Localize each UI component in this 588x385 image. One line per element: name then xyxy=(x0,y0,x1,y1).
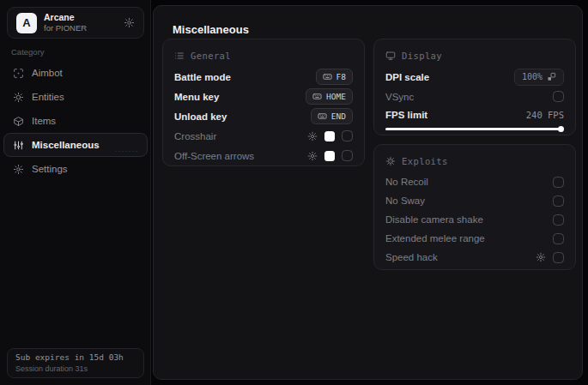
sidebar-item-items[interactable]: Items xyxy=(3,109,148,133)
sidebar-item-label: Items xyxy=(32,116,56,126)
extended-melee-range-checkbox[interactable] xyxy=(553,233,564,244)
slider-knob[interactable] xyxy=(558,126,564,132)
setting-row-speed-hack: Speed hack xyxy=(385,248,564,267)
card-title: General xyxy=(191,51,231,61)
sidebar-item-label: Settings xyxy=(32,164,68,174)
keyboard-icon xyxy=(312,92,322,101)
sidebar-item-miscellaneous[interactable]: Miscellaneous ······· xyxy=(3,133,148,157)
setting-row-no-sway: No Sway xyxy=(385,191,564,210)
keybind-value: F8 xyxy=(336,72,346,81)
card-title: Exploits xyxy=(402,156,448,166)
setting-label: Crosshair xyxy=(174,131,216,141)
sidebar-item-label: Miscellaneous xyxy=(32,140,100,150)
setting-label: FPS limit xyxy=(385,110,427,120)
slider-fill xyxy=(385,128,561,130)
keyboard-icon xyxy=(323,72,332,81)
no-recoil-checkbox[interactable] xyxy=(553,177,564,188)
exploits-card-header: Exploits xyxy=(385,153,564,169)
gear-icon[interactable] xyxy=(536,252,546,262)
setting-row-unload-key: Unload key END xyxy=(174,106,353,126)
display-card: Display DPI scale 100% VSync FPS limit 2… xyxy=(373,39,576,135)
setting-row-offscreen-arrows: Off-Screen arrows xyxy=(174,146,353,165)
keyboard-icon xyxy=(318,111,327,121)
setting-label: Extended melee range xyxy=(385,233,485,244)
sidebar-item-label: Aimbot xyxy=(32,68,63,78)
app-logo-card: A Arcane for PIONER xyxy=(7,7,144,39)
page-title: Miscellaneous xyxy=(173,23,249,36)
setting-row-vsync: VSync xyxy=(385,87,564,106)
card-title: Display xyxy=(402,51,442,61)
gear-icon[interactable] xyxy=(124,17,135,28)
watermark-dots: ······· xyxy=(115,148,139,153)
setting-label: Battle mode xyxy=(174,72,231,82)
offscreen-arrows-checkbox[interactable] xyxy=(342,150,353,161)
color-swatch[interactable] xyxy=(324,131,335,141)
virus-icon xyxy=(385,156,396,166)
sidebar-nav: Aimbot Entities Items xyxy=(3,61,148,181)
sidebar-item-aimbot[interactable]: Aimbot xyxy=(3,61,148,85)
crosshair-checkbox[interactable] xyxy=(342,130,353,141)
setting-label: No Recoil xyxy=(385,177,428,187)
setting-label: VSync xyxy=(385,92,414,102)
disable-camera-shake-checkbox[interactable] xyxy=(553,214,564,226)
category-label: Category xyxy=(11,47,45,57)
app-logo: A xyxy=(16,13,37,33)
setting-label: No Sway xyxy=(385,196,425,206)
package-icon xyxy=(13,116,24,127)
fps-limit-slider[interactable] xyxy=(385,125,564,132)
sidebar-item-label: Entities xyxy=(32,92,64,102)
session-duration-text: Session duration 31s xyxy=(15,364,136,375)
setting-label: Off-Screen arrows xyxy=(174,151,254,161)
main-panel: Miscellaneous General Battle mode F8 xyxy=(153,5,583,380)
vsync-checkbox[interactable] xyxy=(553,91,564,102)
app-titles: Arcane for PIONER xyxy=(44,12,87,33)
dpi-scale-value: 100% xyxy=(522,72,543,81)
keybind-value: END xyxy=(331,111,346,121)
sidebar: A Arcane for PIONER Category Aimbot xyxy=(0,0,151,385)
sidebar-item-settings[interactable]: Settings xyxy=(3,157,148,181)
setting-row-disable-camera-shake: Disable camera shake xyxy=(385,210,564,229)
exploits-card: Exploits No Recoil No Sway Disable camer… xyxy=(373,144,576,270)
general-card: General Battle mode F8 Menu key xyxy=(162,39,365,166)
setting-row-dpi-scale: DPI scale 100% xyxy=(385,67,564,87)
app-name: Arcane xyxy=(44,12,87,23)
color-swatch[interactable] xyxy=(324,151,335,161)
speed-hack-checkbox[interactable] xyxy=(553,252,564,263)
list-icon xyxy=(174,51,185,61)
setting-label: Unload key xyxy=(174,111,227,122)
setting-label: Speed hack xyxy=(385,252,438,262)
gear-icon[interactable] xyxy=(307,151,318,161)
gear-icon[interactable] xyxy=(307,131,318,141)
sidebar-item-entities[interactable]: Entities xyxy=(3,85,148,109)
arcane-app-window: { "app": { "logo_letter": "A", "name": "… xyxy=(0,0,588,385)
setting-row-crosshair: Crosshair xyxy=(174,126,353,146)
gear-icon xyxy=(13,164,24,175)
aimbot-scan-icon xyxy=(13,68,24,79)
scaling-icon xyxy=(547,72,556,81)
keybind-menu-key[interactable]: HOME xyxy=(306,88,353,105)
monitor-icon xyxy=(385,51,396,61)
no-sway-checkbox[interactable] xyxy=(553,196,564,207)
setting-row-extended-melee-range: Extended melee range xyxy=(385,229,564,248)
setting-row-no-recoil: No Recoil xyxy=(385,172,564,191)
setting-label: Disable camera shake xyxy=(385,214,483,225)
sliders-icon xyxy=(13,140,24,151)
keybind-battle-mode[interactable]: F8 xyxy=(316,69,353,85)
setting-label: DPI scale xyxy=(385,72,429,82)
setting-row-battle-mode: Battle mode F8 xyxy=(174,67,353,87)
setting-row-menu-key: Menu key HOME xyxy=(174,87,353,106)
dpi-scale-select[interactable]: 100% xyxy=(514,69,564,86)
entities-icon xyxy=(13,92,24,103)
setting-label: Menu key xyxy=(174,92,219,102)
sub-expiry-text: Sub expires in 15d 03h xyxy=(15,352,136,364)
keybind-unload-key[interactable]: END xyxy=(311,108,353,124)
subscription-info-card: Sub expires in 15d 03h Session duration … xyxy=(7,348,144,378)
fps-limit-value: 240 FPS xyxy=(526,110,564,120)
general-card-header: General xyxy=(174,48,353,63)
app-subtitle: for PIONER xyxy=(44,23,87,33)
keybind-value: HOME xyxy=(326,92,346,101)
display-card-header: Display xyxy=(385,48,564,63)
setting-row-fps-limit: FPS limit 240 FPS xyxy=(385,106,564,123)
